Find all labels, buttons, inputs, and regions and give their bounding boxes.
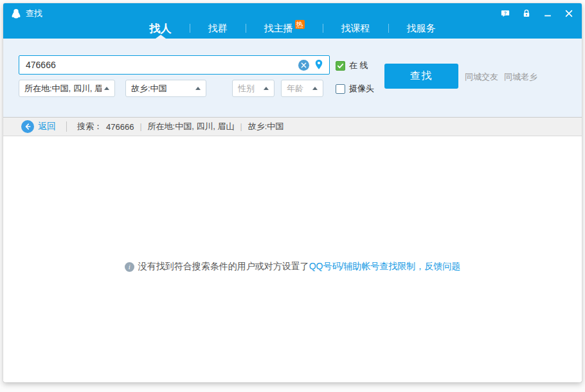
search-button[interactable]: 查找 — [384, 64, 458, 89]
tab-label: 找服务 — [407, 22, 436, 35]
age-dropdown-value: 年龄 — [287, 83, 310, 94]
gender-dropdown[interactable]: 性别 — [232, 80, 274, 97]
checkbox-unchecked-icon — [336, 84, 345, 94]
checkbox-checked-icon — [336, 61, 345, 71]
page: { "window": { "title": "查找" }, "tabs": [… — [0, 0, 585, 392]
qq-restriction-link[interactable]: QQ号码/辅助帐号查找限制 — [309, 261, 416, 272]
results-area: i 没有找到符合搜索条件的用户或对方设置了 QQ号码/辅助帐号查找限制 ， 反馈… — [3, 136, 582, 381]
qq-penguin-icon — [11, 8, 21, 19]
tab-separator — [246, 24, 246, 33]
empty-text: 没有找到符合搜索条件的用户或对方设置了 — [138, 261, 309, 272]
summary-divider: | — [140, 122, 141, 131]
vertical-divider — [66, 121, 67, 132]
tab-separator — [190, 24, 190, 33]
location-dropdown[interactable]: 所在地:中国, 四川, 眉山 — [19, 80, 115, 97]
clear-input-icon[interactable] — [298, 60, 309, 71]
close-button[interactable] — [564, 8, 574, 19]
search-input-wrap — [19, 55, 330, 75]
search-input[interactable] — [19, 56, 329, 74]
svg-text:?: ? — [504, 11, 507, 15]
window-controls: ? — [500, 8, 574, 19]
summary-hometown: 故乡:中国 — [248, 121, 284, 132]
dropdown-arrow-icon — [312, 87, 318, 90]
search-summary: 搜索： 476666 | 所在地:中国, 四川, 眉山 | 故乡:中国 — [77, 121, 284, 132]
tab-find-courses[interactable]: 找课程 — [341, 18, 370, 39]
tab-find-streamers[interactable]: 找主播 热 — [264, 18, 305, 39]
summary-label: 搜索： — [77, 121, 102, 132]
comma-text: ， — [415, 261, 424, 272]
tab-label: 找群 — [208, 22, 228, 35]
result-bar: 返回 搜索： 476666 | 所在地:中国, 四川, 眉山 | 故乡:中国 — [3, 117, 582, 136]
summary-query: 476666 — [106, 122, 134, 132]
same-city-friends-link[interactable]: 同城交友 — [465, 71, 498, 83]
hometown-dropdown-value: 故乡:中国 — [131, 83, 193, 94]
age-dropdown[interactable]: 年龄 — [281, 80, 323, 97]
tab-separator — [388, 24, 389, 33]
dropdown-arrow-icon — [264, 87, 269, 90]
minimize-button[interactable] — [543, 8, 553, 19]
info-icon: i — [125, 262, 134, 272]
back-button[interactable]: 返回 — [21, 120, 56, 133]
search-panel: 在 线 摄像头 所在地:中国, 四川, 眉山 故乡:中国 性别 年龄 查找 同城… — [3, 39, 582, 117]
dropdown-arrow-icon — [195, 87, 201, 90]
back-label: 返回 — [38, 121, 56, 132]
hometown-dropdown[interactable]: 故乡:中国 — [125, 80, 206, 97]
find-window: 查找 ? — [3, 3, 582, 382]
back-arrow-icon — [21, 120, 34, 133]
window-header: 查找 ? — [3, 3, 582, 39]
tab-find-groups[interactable]: 找群 — [208, 18, 228, 39]
camera-label: 摄像头 — [349, 83, 374, 94]
feedback-problem-link[interactable]: 反馈问题 — [424, 261, 460, 272]
location-dropdown-value: 所在地:中国, 四川, 眉山 — [24, 83, 102, 94]
hot-badge: 热 — [295, 20, 305, 29]
tab-label: 找人 — [150, 21, 172, 36]
tab-find-services[interactable]: 找服务 — [407, 18, 436, 39]
tab-separator — [323, 24, 323, 33]
empty-state-message: i 没有找到符合搜索条件的用户或对方设置了 QQ号码/辅助帐号查找限制 ， 反馈… — [3, 261, 582, 272]
same-city-fellows-link[interactable]: 同城老乡 — [504, 71, 537, 83]
city-links: 同城交友 同城老乡 — [465, 71, 537, 83]
dropdown-arrow-icon — [104, 87, 109, 90]
tab-bar: 找人 找群 找主播 热 找课程 找服务 — [3, 18, 582, 39]
camera-checkbox[interactable]: 摄像头 — [336, 83, 374, 94]
summary-divider: | — [240, 122, 242, 131]
tab-label: 找主播 — [264, 22, 293, 35]
tab-label: 找课程 — [341, 22, 370, 35]
location-pin-icon[interactable] — [314, 59, 324, 71]
gender-dropdown-value: 性别 — [238, 83, 261, 94]
lock-icon[interactable] — [521, 8, 532, 19]
tab-find-people[interactable]: 找人 — [150, 18, 172, 39]
feedback-icon[interactable]: ? — [500, 8, 510, 19]
summary-location: 所在地:中国, 四川, 眉山 — [148, 121, 235, 132]
online-checkbox[interactable]: 在 线 — [336, 60, 368, 71]
online-label: 在 线 — [349, 60, 368, 71]
